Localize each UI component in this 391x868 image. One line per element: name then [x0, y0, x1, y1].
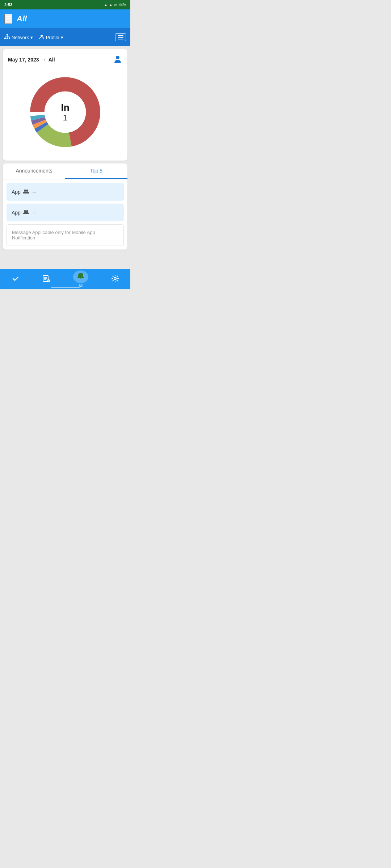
battery-icon: ▭ [114, 3, 117, 7]
bottom-indicator [51, 287, 80, 288]
tabs-card: Announcements Top 5 App → [3, 163, 127, 250]
status-bar: 2:53 ▲ ▲ ▭ 44% [0, 0, 130, 9]
settings-gear-icon [111, 275, 119, 284]
profile-button[interactable]: Profile ▾ [39, 34, 63, 41]
app-label-2: App [12, 210, 21, 216]
network-chevron-icon: ▾ [30, 35, 33, 40]
wifi-icon: ▲ [104, 3, 108, 7]
signal-icon: ▲ [109, 3, 113, 7]
donut-chart: In 1 [25, 72, 105, 152]
profile-button-label: Profile [46, 35, 59, 40]
user-avatar-icon [113, 54, 122, 65]
chart-card: May 17, 2023 → All [3, 49, 127, 161]
tab-top5[interactable]: Top 5 [65, 163, 127, 179]
donut-label: In [61, 102, 69, 113]
app-group-icon-1 [23, 189, 29, 195]
app-arrow-2: → [31, 210, 37, 216]
network-icon [4, 34, 10, 41]
check-icon [12, 275, 20, 284]
svg-point-29 [114, 277, 116, 280]
card-date: May 17, 2023 → All [8, 57, 55, 63]
nav-settings[interactable] [111, 275, 119, 284]
message-box: Message Applicable only for Mobile App N… [7, 224, 124, 246]
svg-point-10 [116, 56, 119, 59]
main-content: May 17, 2023 → All [0, 46, 130, 269]
menu-button[interactable] [115, 33, 126, 41]
app-arrow-1: → [31, 189, 37, 195]
sub-header-left: Network ▾ Profile ▾ [4, 34, 63, 41]
tabs-body: App → App [3, 179, 127, 250]
donut-center: In 1 [61, 102, 69, 123]
nav-check[interactable] [12, 275, 20, 284]
svg-point-19 [24, 190, 26, 192]
svg-rect-3 [9, 38, 10, 39]
svg-point-21 [24, 210, 26, 212]
battery-percent: 44% [119, 3, 126, 7]
svg-rect-1 [4, 38, 6, 39]
app-bar: ☰ All [0, 9, 130, 28]
app-title: All [17, 14, 27, 24]
svg-point-20 [26, 190, 28, 192]
app-row-2[interactable]: App → [7, 204, 124, 221]
svg-line-28 [49, 281, 50, 282]
tab-announcements[interactable]: Announcements [3, 163, 65, 179]
bottom-nav: All [0, 269, 130, 289]
profile-person-icon [39, 34, 45, 41]
status-time: 2:53 [4, 3, 12, 7]
tabs-header: Announcements Top 5 [3, 163, 127, 179]
network-button-label: Network [12, 35, 29, 40]
date-arrow: → [41, 57, 46, 63]
message-placeholder: Message Applicable only for Mobile App N… [12, 230, 95, 241]
bell-icon [77, 273, 85, 281]
donut-value: 1 [61, 113, 69, 123]
app-row-1[interactable]: App → [7, 183, 124, 201]
scope-text: All [49, 57, 55, 63]
profile-chevron-icon: ▾ [61, 35, 63, 40]
svg-rect-0 [7, 34, 8, 35]
app-group-icon-2 [23, 209, 29, 216]
status-icons: ▲ ▲ ▭ 44% [104, 3, 126, 7]
network-button[interactable]: Network ▾ [4, 34, 33, 41]
card-header: May 17, 2023 → All [8, 54, 122, 65]
search-report-icon [42, 275, 50, 284]
nav-notifications[interactable]: All [73, 271, 88, 288]
svg-rect-2 [7, 38, 8, 39]
hamburger-button[interactable]: ☰ [4, 14, 12, 24]
app-label-1: App [12, 189, 21, 195]
svg-point-9 [41, 35, 43, 37]
svg-point-22 [26, 210, 28, 212]
sub-header: Network ▾ Profile ▾ [0, 28, 130, 46]
chart-container: In 1 [8, 69, 122, 156]
nav-search[interactable] [42, 275, 50, 284]
date-text: May 17, 2023 [8, 57, 39, 63]
